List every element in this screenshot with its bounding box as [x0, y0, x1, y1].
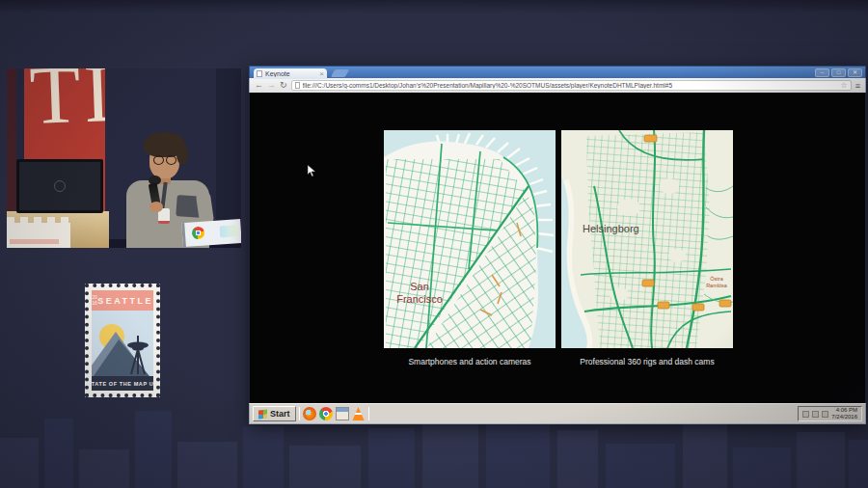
browser-titlebar: Keynote × – □ ✕ [249, 66, 866, 78]
skyline-building [177, 442, 237, 488]
vlc-icon[interactable] [352, 407, 366, 420]
presenter-hand-mic [149, 202, 163, 212]
start-button[interactable]: Start [253, 406, 296, 421]
podium-monitor [16, 159, 103, 213]
chrome-logo-icon [192, 227, 205, 240]
slide-thumbnail [220, 225, 238, 237]
presenter-glasses [152, 155, 177, 164]
skyline-building [606, 444, 675, 488]
stamp-city-label: SEATTLE [97, 296, 153, 306]
browser-tab[interactable]: Keynote × [254, 68, 327, 79]
system-tray: 4:06 PM 7/24/2016 [798, 406, 862, 421]
skyline-building [557, 430, 598, 488]
firefox-icon[interactable] [303, 407, 316, 420]
address-bar[interactable]: file:///C:/Users/g-comms1/Desktop/Johan'… [291, 80, 852, 91]
presenter-hair [144, 132, 185, 157]
explorer-window-icon[interactable] [336, 407, 349, 420]
skyline-building [79, 449, 129, 488]
mouse-cursor [307, 164, 316, 181]
browser-toolbar: ← → ↻ file:///C:/Users/g-comms1/Desktop/… [249, 78, 866, 93]
tab-title: Keynote [265, 70, 316, 77]
windows-flag-icon [258, 409, 267, 419]
skyline-building [797, 432, 845, 488]
sotm-stamp-logo: 20 16 SEATTLE STATE OF THE MAP [85, 284, 160, 397]
map-san-francisco: San Francisco [384, 130, 556, 348]
map-helsingborg-art [561, 130, 733, 348]
caption-right-map: Professional 360 rigs and dash cams [561, 357, 733, 366]
minimize-button[interactable]: – [815, 68, 829, 77]
map-helsingborg: Helsingborg Östra Ramlösa [561, 130, 733, 348]
close-button[interactable]: ✕ [848, 68, 862, 77]
map-san-francisco-art [384, 130, 556, 348]
skyline-building [0, 438, 39, 488]
new-tab-button[interactable] [331, 69, 349, 77]
tray-icon[interactable] [812, 411, 819, 418]
confidence-monitor [181, 219, 241, 247]
place-label-helsingborg: Helsingborg [583, 223, 639, 234]
place-label-ostra-ramlosa: Östra Ramlösa [701, 276, 732, 288]
clock-date: 7/24/2016 [831, 414, 857, 421]
bookmark-star-icon[interactable]: ☆ [841, 81, 848, 90]
skyline-building [44, 419, 73, 488]
stamp-inner: 20 16 SEATTLE STATE OF THE MAP [92, 290, 153, 391]
taskbar-separator [299, 407, 300, 420]
tray-icon[interactable] [822, 411, 828, 418]
window-controls: – □ ✕ [815, 68, 862, 77]
menu-icon[interactable]: ≡ [855, 81, 860, 91]
forward-button[interactable]: → [267, 81, 276, 90]
place-label-san-francisco: San Francisco [388, 281, 451, 305]
dell-logo-icon [54, 180, 66, 192]
start-label: Start [270, 409, 290, 419]
tray-icon[interactable] [802, 411, 809, 418]
clock-time: 4:06 PM [831, 407, 857, 415]
tab-favicon-icon [257, 70, 262, 77]
skyline-building [683, 424, 727, 488]
stamp-footer-label: STATE OF THE MAP US [92, 376, 153, 391]
presenter-webcam: TL [7, 68, 241, 248]
tab-close-icon[interactable]: × [319, 70, 324, 78]
skyline-building [243, 426, 284, 488]
browser-window: Keynote × – □ ✕ ← → ↻ file:///C:/Users/g… [249, 66, 866, 424]
page-icon [295, 82, 300, 89]
skyline-building [733, 447, 791, 488]
stamp-artwork [92, 311, 153, 376]
back-button[interactable]: ← [255, 81, 263, 90]
skyline-building [368, 428, 415, 488]
url-text: file:///C:/Users/g-comms1/Desktop/Johan'… [303, 82, 838, 89]
video-frame: TL 20 16 [0, 0, 868, 488]
skyline-building [289, 446, 361, 488]
skyline-building [849, 440, 868, 488]
stamp-header: 20 16 SEATTLE [92, 290, 153, 311]
tray-clock[interactable]: 4:06 PM 7/24/2016 [831, 407, 857, 421]
banner-letters: TL [29, 68, 105, 136]
refresh-button[interactable]: ↻ [280, 81, 287, 90]
maximize-button[interactable]: □ [831, 68, 846, 77]
skyline-building [135, 411, 172, 488]
space-needle-icon [125, 334, 150, 376]
podium-sign [7, 223, 70, 248]
chrome-icon[interactable] [319, 407, 333, 420]
caption-left-map: Smartphones and action cameras [384, 357, 556, 366]
windows-taskbar: Start 4:06 PM 7/24/2016 [249, 403, 866, 424]
taskbar-separator [368, 407, 369, 420]
slide-content: San Francisco [249, 93, 866, 403]
